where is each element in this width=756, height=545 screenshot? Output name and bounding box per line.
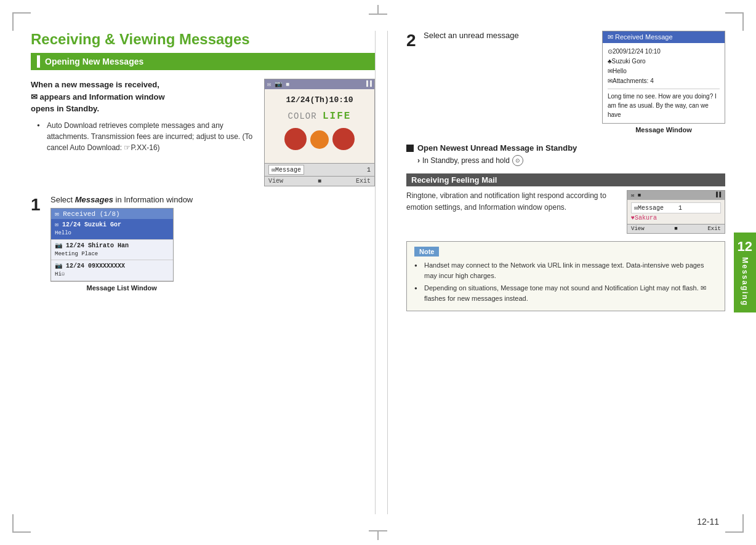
recv-body: ⊙2009/12/24 10:10 ♣Suzuki Goro ✉Hello ✉A… xyxy=(603,43,725,123)
step1-number: 1 xyxy=(31,195,41,215)
mls-from-2: 📷 12/24 09XXXXXXXX xyxy=(55,262,169,271)
step2-row: 2 Select an unread message ✉ Received Me… xyxy=(406,31,725,133)
open-newest-sub: › In Standby, press and hold ⊙ xyxy=(417,155,725,166)
corner-mark-tr xyxy=(725,12,744,31)
recv-msg: Long time no see. How are you doing? I a… xyxy=(608,92,720,119)
black-square-icon xyxy=(406,145,414,152)
recv-header: ✉ Received Message xyxy=(603,31,725,43)
step1-content: Select Messages in Information window ✉ … xyxy=(50,195,193,292)
crosshair-bottom xyxy=(369,530,387,540)
left-column: Receiving & Viewing Messages Opening New… xyxy=(31,31,388,514)
left-text-area: When a new message is received, ✉ appear… xyxy=(31,79,254,156)
color-text: COLOR xyxy=(288,111,323,121)
fp-btn-view: View xyxy=(631,226,645,232)
mls-from-1: 📷 12/24 Shirato Han xyxy=(55,242,169,250)
arrow-right-icon: › xyxy=(417,156,420,165)
open-newest-sub-text: In Standby, press and hold xyxy=(422,156,510,165)
feeling-mail-content: Ringtone, vibration and notification lig… xyxy=(406,190,725,234)
fp-body: ✉Message 1 ♥Sakura xyxy=(627,200,725,224)
recv-from: ♣Suzuki Goro xyxy=(608,57,720,66)
intro-text: When a new message is received, ✉ appear… xyxy=(31,79,254,115)
step1-text: Select Messages in Information window xyxy=(50,195,193,204)
recv-screen-container: ✉ Received Message ⊙2009/12/24 10:10 ♣Su… xyxy=(602,31,725,133)
chapter-tab: 12 Messaging xyxy=(734,233,756,312)
step1-caption: Message List Window xyxy=(50,284,193,292)
feeling-phone-container: ✉ ■ ▐▐ ✉Message 1 ♥Sakura View ■ Exit xyxy=(627,190,725,234)
fp-btn-exit: Exit xyxy=(707,226,721,232)
note-box-header: Note xyxy=(414,247,439,257)
corner-mark-tl xyxy=(12,12,31,31)
phone-bottom: ✉Message 1 xyxy=(265,163,374,176)
phone-standby-screen: ✉ 📷 ■ ▐▐ 12/24(Th)10:10 COLOR LIFE xyxy=(264,79,375,186)
recv-date: ⊙2009/12/24 10:10 xyxy=(608,47,720,57)
hold-button-icon: ⊙ xyxy=(512,155,523,166)
phone-body: 12/24(Th)10:10 COLOR LIFE xyxy=(265,89,374,163)
step2-text: Select an unread message xyxy=(424,31,595,40)
page-number: 12-11 xyxy=(697,517,719,527)
recv-attach: ✉Attachments: 4 xyxy=(608,76,720,86)
phone-buttons: View ■ Exit xyxy=(265,176,374,186)
corner-mark-br xyxy=(725,514,744,533)
recv-screen: ✉ Received Message ⊙2009/12/24 10:10 ♣Su… xyxy=(602,31,725,124)
phone-top-icons: ✉ 📷 ■ xyxy=(267,81,289,88)
step2-number: 2 xyxy=(406,31,416,50)
section-header-label: Opening New Messages xyxy=(45,57,143,66)
step2-content: Select an unread message xyxy=(424,31,595,44)
open-newest-title-text: Open Newest Unread Message in Standby xyxy=(417,143,577,153)
right-column: 2 Select an unread message ✉ Received Me… xyxy=(388,31,725,514)
feeling-mail-section: Receiving Feeling Mail Ringtone, vibrati… xyxy=(406,173,725,234)
recv-subject: ✉Hello xyxy=(608,66,720,76)
section-header-bar xyxy=(37,55,40,68)
fruit-circle-3 xyxy=(332,128,355,150)
phone-msg-tag: ✉Message xyxy=(268,165,304,175)
phone-fruits xyxy=(268,128,371,150)
bullet-item: Auto Download retrieves complete message… xyxy=(37,120,254,153)
mls-item-2: 📷 12/24 09XXXXXXXX Hi☺ xyxy=(51,260,173,281)
fruit-circle-2 xyxy=(310,130,329,149)
phone-btn-exit: Exit xyxy=(356,178,371,185)
life-text: LIFE xyxy=(323,111,351,122)
mls-body: ✉ 12/24 Suzuki Gor Hello 📷 12/24 Shirato… xyxy=(51,219,173,281)
mls-subject-1: Meeting Place xyxy=(55,250,169,258)
note-item-1: Depending on situations, Message tone ma… xyxy=(414,283,717,303)
phone-time: 12/24(Th)10:10 xyxy=(268,95,371,105)
left-layout: When a new message is received, ✉ appear… xyxy=(31,79,375,186)
feeling-mail-text: Ringtone, vibration and notification lig… xyxy=(406,190,619,213)
chapter-label: Messaging xyxy=(741,257,749,306)
mls-header-text: ✉ Received (1/8) xyxy=(55,210,120,218)
phone-top-signal: ▐▐ xyxy=(364,81,372,88)
crosshair-top xyxy=(369,5,387,15)
section-header: Opening New Messages xyxy=(31,53,375,70)
phone-logo: COLOR LIFE xyxy=(268,111,371,122)
mls-item-0: ✉ 12/24 Suzuki Gor Hello xyxy=(51,219,173,240)
phone-btn-mid: ■ xyxy=(318,178,321,185)
page-title: Receiving & Viewing Messages xyxy=(31,31,375,48)
fp-msg: ✉Message 1 xyxy=(631,202,721,213)
corner-mark-bl xyxy=(12,514,31,533)
recv-divider xyxy=(608,89,720,89)
open-newest-section: Open Newest Unread Message in Standby › … xyxy=(406,143,725,166)
feeling-phone: ✉ ■ ▐▐ ✉Message 1 ♥Sakura View ■ Exit xyxy=(627,190,725,234)
mls-from-0: ✉ 12/24 Suzuki Gor xyxy=(55,221,169,229)
phone-top-bar: ✉ 📷 ■ ▐▐ xyxy=(265,79,374,89)
mls-item-1: 📷 12/24 Shirato Han Meeting Place xyxy=(51,240,173,261)
phone-btn-view: View xyxy=(268,178,283,185)
step1-row: 1 Select Messages in Information window … xyxy=(31,195,375,292)
fp-header: ✉ ■ ▐▐ xyxy=(627,191,725,200)
msg-list-screen: ✉ Received (1/8) ✉ 12/24 Suzuki Gor Hell… xyxy=(50,208,174,282)
bullet-list: Auto Download retrieves complete message… xyxy=(37,120,254,153)
open-newest-title: Open Newest Unread Message in Standby xyxy=(406,143,725,153)
fp-signal: ▐▐ xyxy=(714,192,721,199)
recv-caption: Message Window xyxy=(602,126,725,133)
fruit-circle-1 xyxy=(284,128,307,150)
mls-subject-0: Hello xyxy=(55,229,169,237)
fp-icons: ✉ ■ xyxy=(631,192,641,199)
fp-btn-mid: ■ xyxy=(674,226,677,232)
chapter-number: 12 xyxy=(738,239,752,255)
fp-sakura: ♥Sakura xyxy=(631,215,721,221)
mls-header: ✉ Received (1/8) xyxy=(51,209,173,219)
phone-msg-count: 1 xyxy=(367,167,371,173)
note-list: Handset may connect to the Network via U… xyxy=(414,260,717,303)
phone-standby-container: ✉ 📷 ■ ▐▐ 12/24(Th)10:10 COLOR LIFE xyxy=(264,79,375,186)
note-box: Note Handset may connect to the Network … xyxy=(406,241,725,311)
